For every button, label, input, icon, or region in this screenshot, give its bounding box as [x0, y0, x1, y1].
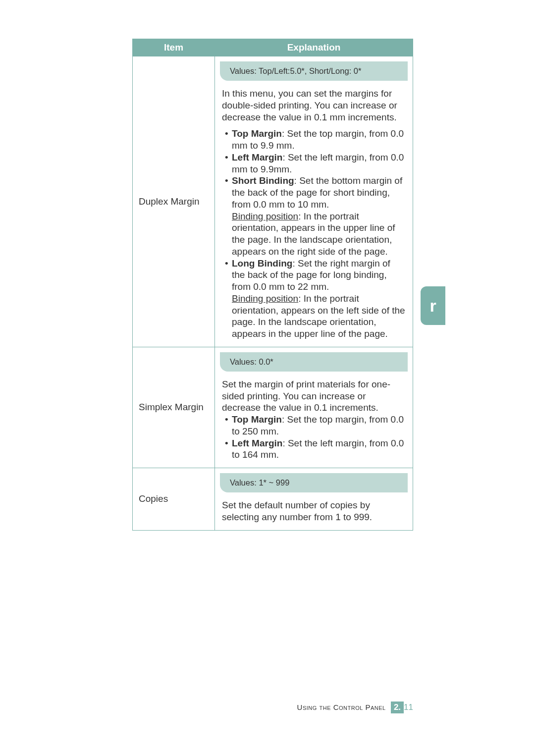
list-item: Left Margin: Set the left margin, from 0…: [225, 152, 406, 175]
explanation-body: Set the margin of print materials for on…: [215, 372, 413, 468]
intro-text: In this menu, you can set the margins fo…: [222, 88, 406, 123]
table-row: Duplex Margin Values: Top/Left:5.0*, Sho…: [133, 56, 413, 347]
list-item: Short Binding: Set the bottom margin of …: [225, 175, 406, 257]
item-simplex-margin: Simplex Margin: [133, 347, 215, 468]
side-tab: r: [421, 286, 445, 325]
label-top-margin: Top Margin: [232, 128, 282, 139]
label-binding-position: Binding position: [232, 293, 298, 304]
explanation-body: Set the default number of copies by sele…: [215, 492, 413, 530]
settings-table: Item Explanation Duplex Margin Values: T…: [132, 39, 413, 531]
label-left-margin: Left Margin: [232, 152, 282, 162]
list-item: Long Binding: Set the right margin of th…: [225, 258, 406, 340]
label-top-margin: Top Margin: [232, 414, 282, 425]
footer-page-number: 11: [404, 702, 413, 712]
list-item: Top Margin: Set the top margin, from 0.0…: [225, 128, 406, 152]
explanation-duplex-margin: Values: Top/Left:5.0*, Short/Long: 0* In…: [215, 56, 413, 347]
footer-title: Using the Control Panel: [297, 703, 386, 711]
header-explanation: Explanation: [215, 39, 413, 56]
table-header-row: Item Explanation: [133, 39, 413, 56]
intro-text: Set the margin of print materials for on…: [222, 379, 390, 413]
item-duplex-margin: Duplex Margin: [133, 56, 215, 347]
values-box: Values: 1* ~ 999: [220, 473, 408, 492]
table-row: Simplex Margin Values: 0.0* Set the marg…: [133, 347, 413, 468]
list-item: Top Margin: Set the top margin, from 0.0…: [225, 414, 406, 437]
table-row: Copies Values: 1* ~ 999 Set the default …: [133, 468, 413, 531]
bullet-list: Top Margin: Set the top margin, from 0.0…: [222, 414, 406, 461]
item-copies: Copies: [133, 468, 215, 531]
label-short-binding: Short Binding: [232, 175, 294, 186]
bullet-list: Top Margin: Set the top margin, from 0.0…: [222, 128, 406, 340]
text: Set the default number of copies by sele…: [222, 500, 372, 522]
label-long-binding: Long Binding: [232, 258, 292, 269]
header-item: Item: [133, 39, 215, 56]
list-item: Left Margin: Set the left margin, from 0…: [225, 437, 406, 461]
content-area: Item Explanation Duplex Margin Values: T…: [132, 39, 413, 531]
values-box: Values: Top/Left:5.0*, Short/Long: 0*: [220, 61, 408, 81]
label-binding-position: Binding position: [232, 211, 298, 221]
page-footer: Using the Control Panel 2.11: [132, 702, 413, 713]
footer-chapter-badge: 2.: [391, 702, 404, 713]
label-left-margin: Left Margin: [232, 438, 282, 448]
explanation-body: In this menu, you can set the margins fo…: [215, 81, 413, 347]
values-box: Values: 0.0*: [220, 352, 408, 372]
explanation-copies: Values: 1* ~ 999 Set the default number …: [215, 468, 413, 531]
explanation-simplex-margin: Values: 0.0* Set the margin of print mat…: [215, 347, 413, 468]
